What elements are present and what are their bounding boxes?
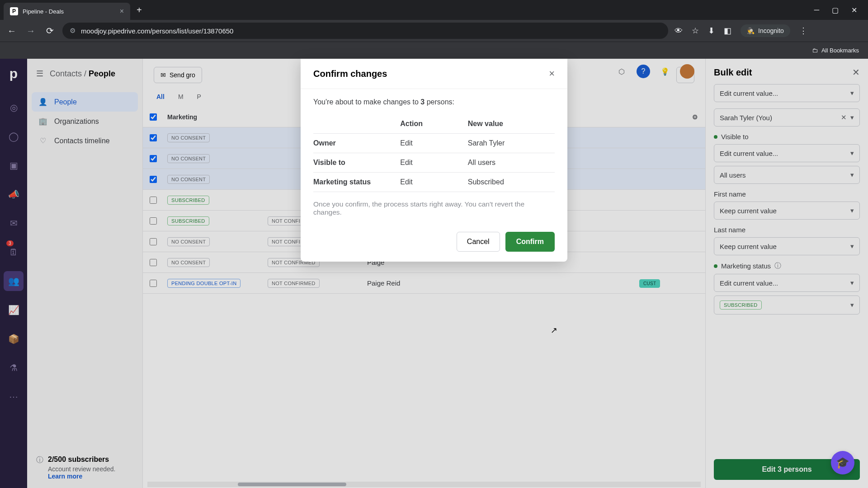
tab-title: Pipeline - Deals [23,8,64,15]
change-value: Subscribed [468,173,555,192]
browser-toolbar: ← → ⟳ ⚙ moodjoy.pipedrive.com/persons/li… [0,20,868,42]
change-row: Visible toEditAll users [313,153,555,173]
reload-icon[interactable]: ⟳ [43,25,56,36]
window-controls: ─ ▢ ✕ [814,6,864,14]
site-settings-icon[interactable]: ⚙ [70,27,75,35]
app-shell: p ◎ ◯ ▣ 📣 ✉ 🗓3 👥 📈 📦 ⚗ ⋯ ☰ Contacts / Pe… [0,59,868,488]
cancel-button[interactable]: Cancel [457,232,500,252]
incognito-label: Incognito [758,27,784,34]
url-text: moodjoy.pipedrive.com/persons/list/user/… [81,27,233,35]
change-value: All users [468,153,555,173]
modal-header: Confirm changes × [301,59,567,89]
modal-warning: Once you confirm, the process starts rig… [313,200,555,216]
modal-intro: You're about to make changes to 3 person… [313,98,555,106]
modal-footer: Cancel Confirm [301,225,567,262]
modal-title: Confirm changes [313,69,387,79]
toolbar-right: 👁 ☆ ⬇ ◧ 🕵 Incognito ⋮ [675,24,807,37]
star-icon[interactable]: ☆ [692,26,699,36]
confirm-changes-modal: Confirm changes × You're about to make c… [301,59,567,262]
menu-icon[interactable]: ⋮ [799,26,807,36]
eye-off-icon[interactable]: 👁 [675,26,683,36]
change-action: Edit [400,153,468,173]
new-tab-button[interactable]: + [132,5,146,15]
change-value: Sarah Tyler [468,134,555,153]
favicon-icon: P [10,7,18,15]
support-chat-icon[interactable]: 🎓 [831,451,854,474]
close-window-icon[interactable]: ✕ [851,6,857,14]
close-tab-icon[interactable]: × [120,7,124,15]
col-new-value: New value [468,114,555,134]
change-field: Marketing status [313,173,400,192]
download-icon[interactable]: ⬇ [708,26,715,36]
all-bookmarks-button[interactable]: 🗀 All Bookmarks [812,47,859,54]
folder-icon: 🗀 [812,47,818,54]
change-action: Edit [400,173,468,192]
change-row: Marketing statusEditSubscribed [313,173,555,192]
incognito-chip[interactable]: 🕵 Incognito [741,24,790,37]
change-row: OwnerEditSarah Tyler [313,134,555,153]
address-bar[interactable]: ⚙ moodjoy.pipedrive.com/persons/list/use… [62,23,668,39]
confirm-button[interactable]: Confirm [505,232,555,252]
close-modal-icon[interactable]: × [549,68,555,80]
change-field: Owner [313,134,400,153]
minimize-icon[interactable]: ─ [814,6,819,14]
tab-bar: P Pipeline - Deals × + ─ ▢ ✕ [0,0,868,20]
browser-chrome: P Pipeline - Deals × + ─ ▢ ✕ ← → ⟳ ⚙ moo… [0,0,868,59]
forward-icon[interactable]: → [24,26,37,36]
maximize-icon[interactable]: ▢ [832,6,839,14]
change-field: Visible to [313,153,400,173]
bookmarks-bar: 🗀 All Bookmarks [0,42,868,59]
back-icon[interactable]: ← [5,26,18,36]
incognito-icon: 🕵 [747,27,755,34]
side-panel-icon[interactable]: ◧ [724,26,731,36]
changes-table: Action New value OwnerEditSarah TylerVis… [313,114,555,192]
modal-body: You're about to make changes to 3 person… [301,89,567,225]
browser-tab[interactable]: P Pipeline - Deals × [4,3,130,20]
col-action: Action [400,114,468,134]
change-action: Edit [400,134,468,153]
